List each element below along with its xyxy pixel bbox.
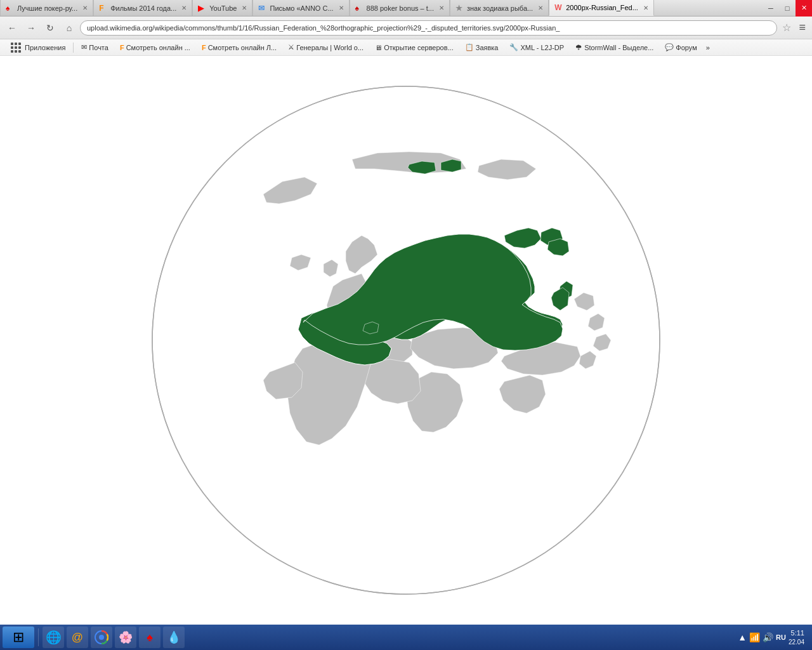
tab-zodiac-favicon: ★ [455,4,464,13]
bm-online2[interactable]: F Смотреть онлайн Л... [197,43,282,53]
bm-mail[interactable]: ✉ Почта [76,42,114,53]
bm-mail-label: Почта [89,44,108,51]
bm-mail-favicon: ✉ [81,43,87,51]
bm-storm-favicon: 🌩 [575,44,582,51]
tab-poker-close[interactable]: ✕ [82,4,88,11]
tab-wiki-label: 2000px-Russian_Fed... [566,4,638,11]
tab-youtube[interactable]: ▶YouTube✕ [192,0,252,16]
clock-date: 22.04 [789,638,804,646]
tab-film-close[interactable]: ✕ [181,4,187,11]
bm-online2-favicon: F [202,44,206,51]
tab-mail-favicon: ✉ [258,4,267,13]
tab-poker-favicon: ♠ [6,4,15,13]
tab-poker-label: Лучшие покер-ру... [17,4,77,12]
taskbar-dropbox-icon[interactable]: 💧 [163,627,185,648]
tab-mail[interactable]: ✉Письмо «ANNO C...✕ [252,0,349,16]
bm-online2-label: Смотреть онлайн Л... [208,44,277,51]
menu-button[interactable]: ≡ [796,21,808,34]
svg-point-4 [99,635,104,640]
tab-wiki[interactable]: W2000px-Russian_Fed...✕ [549,0,654,16]
bm-online1[interactable]: F Смотреть онлайн ... [115,43,195,53]
start-button[interactable]: ⊞ [3,627,34,648]
tray-sound-icon[interactable]: 🔊 [763,632,773,642]
tray-connection-icon[interactable]: 📶 [749,632,760,642]
taskbar-sep-1 [38,628,39,646]
bm-online1-label: Смотреть онлайн ... [126,44,190,51]
bm-servers-favicon: 🖥 [375,44,382,51]
bookmarks-more[interactable]: » [704,44,712,51]
tab-poker[interactable]: ♠Лучшие покер-ру...✕ [0,0,93,16]
bm-storm-label: StormWall - Выделе... [584,44,653,51]
reload-button[interactable]: ↻ [42,20,58,36]
taskbar-qip-icon[interactable]: 🌸 [115,627,136,648]
system-clock[interactable]: 5:11 22.04 [789,628,804,646]
tab-poker2[interactable]: ♠888 poker bonus – t...✕ [350,0,450,16]
tabs-container: ♠Лучшие покер-ру...✕FФильмы 2014 года...… [0,0,763,16]
clock-time: 5:11 [789,628,804,637]
tab-poker2-label: 888 poker bonus – t... [367,4,434,12]
bookmark-divider-1 [73,43,74,53]
bm-forum[interactable]: 💬 Форум [660,42,702,53]
tab-film[interactable]: FФильмы 2014 года...✕ [93,0,192,16]
tab-youtube-close[interactable]: ✕ [242,4,247,11]
bm-servers-label: Открытие серверов... [384,44,454,51]
tab-film-label: Фильмы 2014 года... [110,4,176,12]
forward-button[interactable]: → [23,20,39,36]
bm-generals-favicon: ⚔ [288,43,294,51]
taskbar-mail-icon[interactable]: @ [67,627,88,648]
taskbar-chrome-icon[interactable] [91,627,112,648]
bm-xml-favicon: 🔧 [509,43,518,51]
bookmark-star[interactable]: ☆ [780,22,794,34]
apps-grid-icon [9,41,23,55]
taskbar-poker-icon[interactable]: ♠ [139,627,160,648]
close-button[interactable]: ✕ [796,0,812,17]
taskbar-ie-icon[interactable]: 🌐 [43,627,64,648]
bm-forum-label: Форум [676,44,697,51]
tab-zodiac[interactable]: ★знак зодиака рыба...✕ [450,0,549,16]
bm-xml[interactable]: 🔧 XML - L2J-DP [504,42,569,53]
bm-storm[interactable]: 🌩 StormWall - Выделе... [570,43,658,53]
tab-youtube-label: YouTube [209,4,237,12]
bm-apps-label: Приложения [25,44,65,51]
minimize-button[interactable]: ─ [763,0,779,17]
window-controls: ─ □ ✕ [763,0,812,16]
bm-generals[interactable]: ⚔ Генералы | World o... [283,42,369,53]
back-button[interactable]: ← [4,20,20,36]
title-bar: ♠Лучшие покер-ру...✕FФильмы 2014 года...… [0,0,812,17]
tray-arrow-icon[interactable]: ▲ [738,632,747,642]
globe-map [136,70,676,610]
tab-zodiac-label: знак зодиака рыба... [467,4,533,12]
bm-online1-favicon: F [120,44,124,51]
bookmarks-bar: Приложения ✉ Почта F Смотреть онлайн ...… [0,39,812,56]
tab-film-favicon: F [99,4,108,13]
bm-claim-label: Заявка [476,44,499,51]
bm-generals-label: Генералы | World o... [296,44,363,51]
tab-zodiac-close[interactable]: ✕ [538,4,543,11]
toolbar: ← → ↻ ⌂ ☆ ≡ [0,17,812,39]
tab-mail-label: Письмо «ANNO C... [270,4,333,12]
tab-poker2-favicon: ♠ [355,4,364,13]
taskbar: ⊞ 🌐 @ 🌸 ♠ 💧 ▲ 📶 🔊 RU 5:11 22.04 [0,625,812,650]
tab-youtube-favicon: ▶ [198,4,207,13]
tab-wiki-favicon: W [554,3,563,12]
tab-mail-close[interactable]: ✕ [339,4,344,11]
bm-xml-label: XML - L2J-DP [520,44,564,51]
tab-wiki-close[interactable]: ✕ [643,4,648,11]
main-content [0,56,812,625]
tab-poker2-close[interactable]: ✕ [439,4,444,11]
bm-apps[interactable]: Приложения [4,39,70,56]
address-bar[interactable] [80,20,777,36]
bm-claim-favicon: 📋 [465,43,474,51]
maximize-button[interactable]: □ [779,0,796,17]
bm-claim[interactable]: 📋 Заявка [460,42,504,53]
bm-forum-favicon: 💬 [665,43,674,51]
tray-language[interactable]: RU [776,633,786,641]
home-button[interactable]: ⌂ [61,20,77,36]
system-tray: ▲ 📶 🔊 RU 5:11 22.04 [733,628,809,646]
bm-servers[interactable]: 🖥 Открытие серверов... [370,43,459,53]
